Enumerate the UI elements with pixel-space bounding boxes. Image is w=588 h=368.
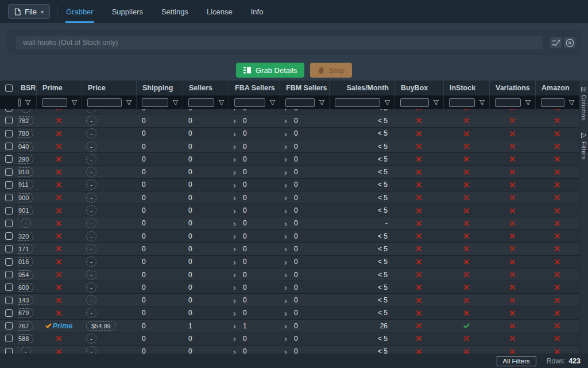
column-header-bsr[interactable]: BSR: [18, 80, 36, 95]
row-checkbox[interactable]: [5, 283, 13, 291]
expand-chevron-icon[interactable]: ›: [233, 206, 236, 215]
expand-chevron-icon[interactable]: ›: [284, 142, 287, 151]
column-header-price[interactable]: Price: [82, 80, 136, 95]
table-row[interactable]: 320-00›0›0< 5: [0, 230, 579, 243]
row-checkbox[interactable]: [5, 168, 13, 176]
row-checkbox[interactable]: [5, 194, 13, 201]
edit-filter-button[interactable]: [550, 37, 562, 48]
expand-chevron-icon[interactable]: ›: [233, 232, 236, 240]
table-row[interactable]: 954-00›0›0< 5: [0, 269, 579, 281]
table-row[interactable]: 900-00›0›0< 5: [0, 191, 579, 204]
row-checkbox[interactable]: [5, 143, 13, 150]
expand-chevron-icon[interactable]: ›: [233, 155, 236, 163]
column-header-shipping[interactable]: Shipping: [136, 80, 183, 95]
filter-input-bsr[interactable]: [18, 98, 21, 107]
expand-chevron-icon[interactable]: ›: [284, 347, 287, 354]
table-row[interactable]: 588-00›0›0< 5: [0, 332, 579, 345]
search-input[interactable]: [16, 36, 543, 49]
expand-chevron-icon[interactable]: ›: [284, 232, 287, 240]
expand-chevron-icon[interactable]: ›: [284, 168, 287, 177]
expand-chevron-icon[interactable]: ›: [284, 206, 287, 215]
expand-chevron-icon[interactable]: ›: [284, 309, 287, 317]
expand-chevron-icon[interactable]: ›: [284, 181, 287, 189]
row-checkbox[interactable]: [5, 322, 13, 329]
all-filters-button[interactable]: All Filters: [497, 356, 536, 366]
filter-funnel-button-amazon[interactable]: [568, 99, 575, 106]
row-checkbox[interactable]: [5, 109, 13, 112]
row-checkbox[interactable]: [5, 297, 13, 304]
filter-input-buybox[interactable]: [400, 98, 429, 107]
row-checkbox[interactable]: [5, 117, 13, 124]
filter-funnel-button-instock[interactable]: [479, 99, 485, 106]
tab-suppliers[interactable]: Suppliers: [111, 1, 144, 23]
filter-funnel-button-bsr[interactable]: [25, 99, 31, 106]
filter-input-sales[interactable]: [335, 98, 380, 107]
expand-chevron-icon[interactable]: ›: [284, 270, 287, 279]
expand-chevron-icon[interactable]: ›: [284, 258, 287, 266]
expand-chevron-icon[interactable]: ›: [284, 296, 287, 305]
filter-input-shipping[interactable]: [142, 98, 168, 107]
filter-input-prime[interactable]: [42, 98, 67, 107]
expand-chevron-icon[interactable]: ›: [233, 129, 236, 138]
filter-funnel-button-buybox[interactable]: [433, 99, 439, 106]
filter-input-instock[interactable]: [449, 98, 475, 107]
grab-details-button[interactable]: Grab Details: [236, 63, 304, 78]
table-row[interactable]: 911-00›0›0< 5: [0, 179, 579, 191]
expand-chevron-icon[interactable]: ›: [284, 109, 287, 112]
column-header-instock[interactable]: InStock: [443, 80, 489, 95]
expand-chevron-icon[interactable]: ›: [233, 334, 236, 343]
table-row[interactable]: 901-00›0›0< 5: [0, 204, 579, 217]
filter-funnel-button-price[interactable]: [126, 99, 132, 106]
filter-funnel-button-shipping[interactable]: [172, 99, 179, 106]
column-header-sellers[interactable]: Sellers: [183, 80, 229, 95]
table-row[interactable]: 171-00›0›0< 5: [0, 243, 579, 255]
expand-chevron-icon[interactable]: ›: [233, 168, 236, 177]
expand-chevron-icon[interactable]: ›: [233, 296, 236, 305]
expand-chevron-icon[interactable]: ›: [284, 283, 287, 292]
row-checkbox[interactable]: [5, 207, 13, 214]
table-row[interactable]: --00›0›0< 5: [0, 346, 579, 354]
table-row[interactable]: 910-00›0›0< 5: [0, 166, 579, 178]
filters-panel-toggle[interactable]: Filters: [581, 132, 587, 160]
filter-funnel-button-prime[interactable]: [71, 99, 78, 106]
expand-chevron-icon[interactable]: ›: [284, 129, 287, 138]
expand-chevron-icon[interactable]: ›: [233, 270, 236, 279]
row-checkbox[interactable]: [5, 155, 13, 163]
column-header-fba[interactable]: FBA Sellers: [229, 80, 280, 95]
filter-funnel-button-fbm[interactable]: [319, 99, 325, 106]
expand-chevron-icon[interactable]: ›: [233, 116, 236, 125]
select-all-checkbox[interactable]: [5, 85, 13, 92]
filter-funnel-button-fba[interactable]: [269, 99, 276, 106]
columns-panel-toggle[interactable]: Columns: [581, 86, 587, 121]
expand-chevron-icon[interactable]: ›: [233, 309, 236, 317]
filter-input-amazon[interactable]: [541, 98, 564, 107]
table-row[interactable]: 016-00›0›0< 5: [0, 256, 579, 269]
row-checkbox[interactable]: [5, 335, 13, 342]
row-checkbox[interactable]: [5, 348, 13, 354]
table-row[interactable]: 040-00›0›0< 5: [0, 140, 579, 153]
row-checkbox[interactable]: [5, 245, 13, 252]
filter-input-variations[interactable]: [495, 98, 521, 107]
tab-info[interactable]: Info: [250, 1, 264, 23]
expand-chevron-icon[interactable]: ›: [284, 244, 287, 253]
table-row[interactable]: --00›0›0-: [0, 217, 579, 230]
table-row[interactable]: 679-00›0›0< 5: [0, 307, 579, 320]
expand-chevron-icon[interactable]: ›: [233, 193, 236, 202]
expand-chevron-icon[interactable]: ›: [233, 181, 236, 189]
table-row[interactable]: 600-00›0›0< 5: [0, 281, 579, 294]
expand-chevron-icon[interactable]: ›: [284, 334, 287, 343]
expand-chevron-icon[interactable]: ›: [284, 116, 287, 125]
row-checkbox[interactable]: [5, 309, 13, 317]
column-header-buybox[interactable]: BuyBox: [394, 80, 443, 95]
tab-license[interactable]: License: [206, 1, 233, 23]
expand-chevron-icon[interactable]: ›: [233, 244, 236, 253]
table-row[interactable]: 767Prime$54.9901›1›026: [0, 320, 579, 332]
filter-input-fba[interactable]: [234, 98, 265, 107]
filter-input-price[interactable]: [87, 98, 122, 107]
column-header-variations[interactable]: Variations: [489, 80, 535, 95]
expand-chevron-icon[interactable]: ›: [284, 193, 287, 202]
column-header-amazon[interactable]: Amazon: [535, 80, 579, 95]
filter-funnel-button-sales[interactable]: [384, 99, 390, 106]
file-menu-button[interactable]: File ▾: [8, 4, 50, 19]
column-header-fbm[interactable]: FBM Sellers: [280, 80, 329, 95]
